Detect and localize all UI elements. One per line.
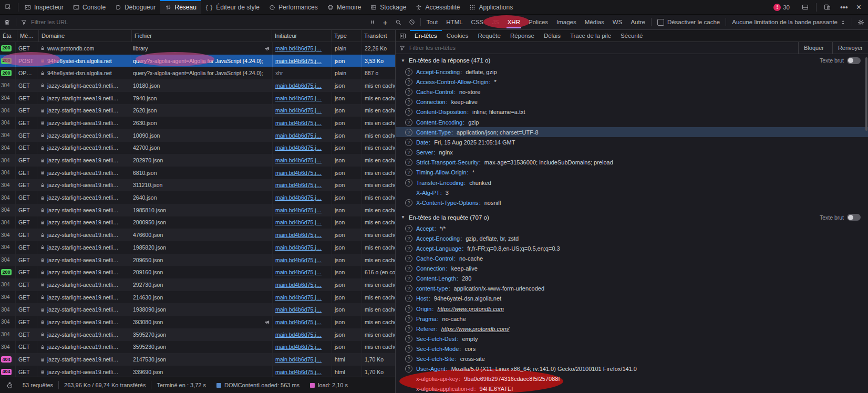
header-row[interactable]: ?Sec-Fetch-Site:cross-site	[396, 354, 868, 364]
initiator-link[interactable]: main.bd4b6d75.j…	[275, 132, 322, 139]
request-row[interactable]: 304GETjazzy-starlight-aeea19.netli…35952…	[0, 328, 395, 341]
header-doc-icon[interactable]: ?	[405, 345, 412, 353]
block-request-button[interactable]: Bloquer	[798, 42, 829, 54]
request-row[interactable]: 304GETjazzy-starlight-aeea19.netli…20009…	[0, 216, 395, 229]
details-tab-trace-de-la-pile[interactable]: Trace de la pile	[565, 30, 616, 42]
scrollbar-thumb[interactable]	[865, 57, 867, 131]
header-doc-icon[interactable]: ?	[405, 68, 412, 76]
header-doc-icon[interactable]: ?	[405, 108, 412, 116]
disable-cache-control[interactable]: Désactiver le cache	[653, 15, 724, 29]
header-doc-icon[interactable]: ?	[405, 169, 412, 176]
element-picker-button[interactable]	[0, 0, 16, 14]
header-row[interactable]: ?Strict-Transport-Security:max-age=31536…	[396, 158, 868, 168]
initiator-link[interactable]: main.bd4b6d75.j…	[275, 269, 322, 275]
tool-tab-d-bogueur[interactable]: Débogueur	[110, 0, 160, 14]
header-row[interactable]: ?x-algolia-application-id:94HE6YATEI	[396, 384, 868, 393]
header-value-link[interactable]: https://www.protondb.com/	[441, 326, 510, 332]
header-doc-icon[interactable]: ?	[405, 335, 412, 343]
header-doc-icon[interactable]: ?	[405, 98, 412, 106]
disable-cache-checkbox[interactable]	[657, 19, 664, 26]
details-tab-requ-te[interactable]: Requête	[473, 30, 505, 42]
header-row[interactable]: ?Pragma:no-cache	[396, 314, 868, 324]
initiator-link[interactable]: main.bd4b6d75.j…	[275, 257, 322, 263]
header-doc-icon[interactable]: ?	[405, 235, 412, 242]
tool-tab-performances[interactable]: Performances	[264, 0, 323, 14]
filter-html[interactable]: HTML	[442, 15, 467, 29]
request-row[interactable]: 404GETjazzy-starlight-aeea19.netli…21475…	[0, 353, 395, 366]
initiator-link[interactable]: main.bd4b6d75.j…	[275, 182, 322, 188]
raw-text-toggle[interactable]: Texte brut	[820, 57, 861, 64]
filter-m-dias[interactable]: Médias	[581, 15, 608, 29]
initiator-link[interactable]: main.bd4b6d75.j…	[275, 369, 322, 375]
filter-polices[interactable]: Polices	[524, 15, 552, 29]
header-doc-icon[interactable]: ?	[405, 78, 412, 86]
header-doc-icon[interactable]: ?	[405, 149, 412, 156]
request-row[interactable]: 304GETjazzy-starlight-aeea19.netli…21463…	[0, 291, 395, 304]
initiator-link[interactable]: main.bd4b6d75.j…	[275, 170, 322, 176]
request-row[interactable]: 304GETjazzy-starlight-aeea19.netli…31121…	[0, 179, 395, 192]
header-doc-icon[interactable]: ?	[405, 325, 412, 333]
header-row[interactable]: ?content-type:application/x-www-form-url…	[396, 284, 868, 294]
header-doc-icon[interactable]: ?	[405, 355, 412, 363]
header-row[interactable]: ?X-Content-Type-Options:nosniff	[396, 198, 868, 208]
header-row[interactable]: ?x-algolia-api-key:9ba0e69fb2974316cdaec…	[396, 374, 868, 384]
header-doc-icon[interactable]: ?	[405, 199, 412, 206]
header-doc-icon[interactable]: ?	[405, 305, 412, 313]
request-row[interactable]: 304GETjazzy-starlight-aeea19.netli…19858…	[0, 241, 395, 254]
filter-ws[interactable]: WS	[608, 15, 627, 29]
close-devtools-button[interactable]: ×	[853, 3, 865, 12]
request-row[interactable]: 304GETjazzy-starlight-aeea19.netli…2640.…	[0, 191, 395, 204]
initiator-link[interactable]: main.bd4b6d75.j…	[275, 344, 322, 350]
column-header-0[interactable]: Éta	[0, 30, 17, 42]
request-row[interactable]: 304GETjazzy-starlight-aeea19.netli…20965…	[0, 254, 395, 266]
header-doc-icon[interactable]: ?	[405, 88, 412, 96]
header-row[interactable]: ?Referer:https://www.protondb.com/	[396, 324, 868, 334]
request-row[interactable]: 304GETjazzy-starlight-aeea19.netli…47660…	[0, 229, 395, 241]
header-value-link[interactable]: https://www.protondb.com	[437, 306, 504, 312]
filter-autre[interactable]: Autre	[626, 15, 649, 29]
error-count-button[interactable]: ! 30	[771, 4, 796, 11]
header-doc-icon[interactable]: ?	[405, 129, 412, 136]
header-doc-icon[interactable]: ?	[405, 315, 412, 323]
details-tab-s-curit-[interactable]: Sécurité	[616, 30, 647, 42]
header-doc-icon[interactable]: ?	[405, 119, 412, 126]
clear-requests-button[interactable]	[0, 15, 14, 29]
request-blocking-button[interactable]	[405, 15, 419, 29]
header-doc-icon[interactable]: ?	[405, 179, 412, 187]
initiator-link[interactable]: main.bd4b6d75.j…	[275, 282, 322, 288]
header-row[interactable]: ?Origin:https://www.protondb.com	[396, 304, 868, 314]
header-row[interactable]: ?Sec-Fetch-Mode:cors	[396, 344, 868, 354]
header-row[interactable]: ?Content-Disposition:inline; filename=a.…	[396, 107, 868, 117]
request-row[interactable]: 304GETjazzy-starlight-aeea19.netli…10180…	[0, 79, 395, 92]
header-row[interactable]: ?Timing-Allow-Origin:*	[396, 168, 868, 178]
tool-tab-inspecteur[interactable]: Inspecteur	[20, 0, 68, 14]
request-row[interactable]: 200POST94he6yatei-dsn.algolia.netquery?x…	[0, 55, 395, 67]
request-row[interactable]: 304GETjazzy-starlight-aeea19.netli…29273…	[0, 278, 395, 291]
throttling-select[interactable]: Aucune limitation de la bande passante	[728, 15, 850, 29]
filter-css[interactable]: CSS	[467, 15, 488, 29]
url-filter-input[interactable]	[30, 18, 366, 26]
header-doc-icon[interactable]: ?	[405, 159, 412, 166]
header-row[interactable]: ?Content-Encoding:gzip	[396, 117, 868, 127]
request-row[interactable]: 304GETjazzy-starlight-aeea19.netli…2620.…	[0, 104, 395, 117]
request-row[interactable]: 304GETjazzy-starlight-aeea19.netli…19858…	[0, 204, 395, 216]
resend-request-button[interactable]: Renvoyer	[832, 42, 868, 54]
header-row[interactable]: ?Sec-Fetch-Dest:empty	[396, 334, 868, 344]
initiator-link[interactable]: main.bd4b6d75.j…	[275, 82, 322, 89]
initiator-link[interactable]: main.bd4b6d75.j…	[275, 356, 322, 363]
request-row[interactable]: 200GETwww.protondb.comlibrarymain.bd4b6d…	[0, 42, 395, 55]
search-button[interactable]	[391, 15, 405, 29]
request-row[interactable]: 304GETjazzy-starlight-aeea19.netli…10090…	[0, 129, 395, 142]
initiator-link[interactable]: main.bd4b6d75.j…	[275, 306, 322, 313]
tool-tab-m-moire[interactable]: Mémoire	[323, 0, 366, 14]
request-row[interactable]: 304GETjazzy-starlight-aeea19.netli…20297…	[0, 154, 395, 167]
header-row[interactable]: ?Host:94he6yatei-dsn.algolia.net	[396, 294, 868, 304]
initiator-link[interactable]: main.bd4b6d75.j…	[275, 107, 322, 113]
details-tab-cookies[interactable]: Cookies	[442, 30, 473, 42]
section-header-response_section[interactable]: ▼En-têtes de la réponse (471 o)Texte bru…	[396, 54, 868, 67]
header-row[interactable]: ?Accept-Encoding:gzip, deflate, br, zstd	[396, 234, 868, 244]
request-row[interactable]: 304GETjazzy-starlight-aeea19.netli…7940.…	[0, 92, 395, 105]
request-row[interactable]: 200GETjazzy-starlight-aeea19.netli…20916…	[0, 266, 395, 278]
performance-analysis-button[interactable]	[0, 382, 17, 389]
initiator-link[interactable]: main.bd4b6d75.j…	[275, 319, 322, 325]
